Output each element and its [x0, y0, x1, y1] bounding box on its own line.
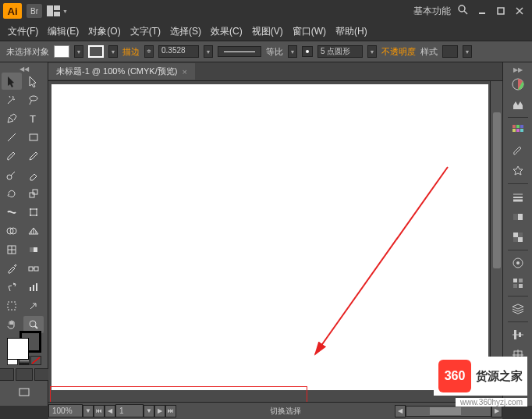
watermark-logo: 360 [438, 360, 471, 392]
vertical-scrollbar[interactable] [490, 81, 502, 393]
status-info[interactable]: 切换选择 [176, 406, 395, 417]
bridge-icon[interactable]: Br [27, 4, 42, 18]
selection-tool[interactable] [2, 73, 22, 90]
stroke-panel-icon[interactable] [507, 187, 529, 206]
color-mode-none[interactable] [30, 356, 41, 365]
eraser-tool[interactable] [23, 166, 44, 183]
perspective-grid-tool[interactable] [23, 222, 44, 240]
draw-behind[interactable] [16, 368, 33, 381]
menu-edit[interactable]: 编辑(E) [43, 23, 83, 40]
profile-select[interactable]: 5 点圆形 [317, 45, 363, 58]
color-panel-icon[interactable] [507, 75, 529, 94]
svg-rect-45 [512, 129, 516, 132]
artboard-tool[interactable] [2, 297, 22, 314]
menu-file[interactable]: 文件(F) [3, 23, 43, 40]
stroke-dropdown[interactable]: ▼ [108, 45, 118, 58]
blend-tool[interactable] [23, 260, 44, 277]
menu-view[interactable]: 视图(V) [247, 23, 288, 40]
maximize-button[interactable] [491, 3, 510, 19]
symbols-panel-icon[interactable] [507, 162, 529, 180]
weight-dropdown[interactable]: ▼ [204, 45, 213, 58]
gradient-tool[interactable] [23, 241, 44, 258]
menu-select[interactable]: 选择(S) [165, 23, 206, 40]
menu-object[interactable]: 对象(O) [83, 23, 125, 40]
svg-rect-60 [519, 279, 523, 282]
artboard[interactable] [51, 84, 488, 390]
rectangle-tool[interactable] [23, 129, 44, 146]
type-tool[interactable]: T [23, 110, 44, 127]
width-tool[interactable] [2, 204, 22, 221]
minimize-button[interactable] [473, 3, 491, 19]
stroke-style-preview[interactable] [218, 46, 261, 57]
fill-color-box[interactable] [7, 338, 29, 360]
zoom-dropdown[interactable]: ▼ [83, 405, 94, 417]
profile-dropdown[interactable]: ▼ [367, 45, 377, 58]
weight-stepper[interactable]: ≑ [144, 45, 154, 58]
first-artboard-button[interactable]: ⏮ [94, 405, 105, 417]
workspace-switcher[interactable]: 基本功能 [407, 2, 457, 20]
screen-mode-button[interactable] [14, 384, 34, 401]
stroke-label[interactable]: 描边 [122, 46, 140, 58]
symbol-sprayer-tool[interactable] [2, 279, 22, 296]
blob-brush-tool[interactable] [2, 166, 22, 183]
artboard-dropdown[interactable]: ▼ [144, 405, 154, 417]
magic-wand-tool[interactable] [2, 91, 22, 108]
style-dropdown[interactable]: ▼ [463, 45, 472, 58]
column-graph-tool[interactable] [23, 279, 44, 296]
shape-builder-tool[interactable] [2, 222, 22, 240]
layers-panel-icon[interactable] [507, 300, 529, 318]
tools-collapse-icon[interactable]: ◀◀ [2, 66, 46, 73]
prev-artboard-button[interactable]: ◀ [105, 405, 115, 417]
paintbrush-tool[interactable] [2, 147, 22, 165]
fill-swatch[interactable] [54, 45, 69, 58]
close-button[interactable] [510, 3, 529, 19]
align-panel-icon[interactable] [507, 325, 529, 344]
rotate-tool[interactable] [2, 185, 22, 202]
search-icon[interactable] [457, 4, 473, 18]
free-transform-tool[interactable] [23, 204, 44, 221]
document-tab[interactable]: 未标题-1 @ 100% (CMYK/预览) × [48, 63, 195, 80]
stroke-swatch[interactable] [88, 45, 104, 58]
brushes-panel-icon[interactable] [507, 141, 529, 160]
horizontal-scrollbar[interactable] [406, 406, 491, 417]
menu-effect[interactable]: 效果(C) [206, 23, 247, 40]
opacity-label[interactable]: 不透明度 [381, 46, 416, 58]
artboard-number-input[interactable]: 1 [115, 404, 144, 417]
graphic-styles-panel-icon[interactable] [507, 274, 529, 293]
scale-tool[interactable] [23, 185, 44, 202]
pen-tool[interactable] [2, 110, 22, 127]
svg-rect-32 [30, 287, 31, 291]
swatches-panel-icon[interactable] [507, 121, 529, 140]
next-artboard-button[interactable]: ▶ [154, 405, 165, 417]
brush-dot-icon[interactable] [302, 46, 313, 57]
zoom-level-input[interactable]: 100% [48, 404, 83, 417]
line-tool[interactable] [2, 129, 22, 146]
last-artboard-button[interactable]: ⏭ [165, 405, 176, 417]
hscroll-left[interactable]: ◀ [395, 405, 406, 417]
lasso-tool[interactable] [23, 91, 44, 108]
fill-stroke-indicator[interactable] [7, 338, 41, 353]
slice-tool[interactable] [23, 297, 44, 314]
appearance-panel-icon[interactable] [507, 254, 529, 272]
pencil-tool[interactable] [23, 147, 44, 165]
direct-selection-tool[interactable] [23, 73, 44, 90]
style-swatch[interactable] [442, 45, 458, 58]
uniform-dropdown[interactable]: ▼ [288, 45, 297, 58]
menu-help[interactable]: 帮助(H) [331, 23, 372, 40]
menu-window[interactable]: 窗口(W) [288, 23, 331, 40]
color-guide-panel-icon[interactable] [507, 95, 529, 114]
close-tab-icon[interactable]: × [182, 67, 186, 76]
fill-dropdown[interactable]: ▼ [74, 45, 83, 58]
transparency-panel-icon[interactable] [507, 228, 529, 247]
gradient-panel-icon[interactable] [507, 208, 529, 226]
arrange-documents-icon[interactable]: ▼ [47, 4, 69, 18]
eyedropper-tool[interactable] [2, 260, 22, 277]
panel-collapse-icon[interactable]: ▶▶ [513, 66, 523, 73]
draw-normal[interactable] [0, 368, 14, 381]
svg-text:T: T [30, 113, 36, 125]
svg-rect-1 [54, 5, 60, 10]
document-tab-bar: 未标题-1 @ 100% (CMYK/预览) × [48, 62, 502, 81]
mesh-tool[interactable] [2, 241, 22, 258]
menu-type[interactable]: 文字(T) [126, 23, 165, 40]
stroke-weight-input[interactable]: 0.3528 [158, 45, 199, 58]
